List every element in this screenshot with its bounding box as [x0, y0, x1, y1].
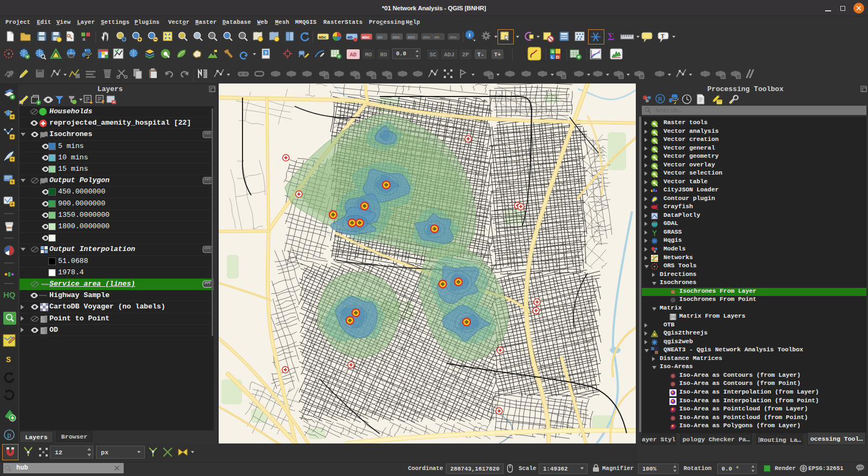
- svg-text:Σ: Σ: [608, 31, 614, 42]
- svg-text:p: p: [7, 432, 11, 440]
- svg-text:i: i: [469, 31, 470, 38]
- svg-text:SC: SC: [430, 52, 437, 58]
- svg-text:abc: abc: [319, 35, 327, 40]
- svg-text:T-: T-: [477, 52, 484, 58]
- svg-text:T: T: [661, 33, 665, 39]
- svg-text:ab: ab: [348, 35, 353, 40]
- svg-text:S: S: [6, 356, 11, 365]
- svg-text:S: S: [551, 49, 554, 54]
- svg-text:ab: ab: [378, 35, 382, 40]
- svg-text:ADJ: ADJ: [444, 52, 455, 58]
- svg-text:L: L: [551, 55, 554, 60]
- svg-text:RO: RO: [380, 52, 387, 58]
- svg-text:abc: abc: [408, 35, 416, 40]
- svg-text:a: a: [82, 36, 85, 42]
- svg-text:R: R: [658, 95, 663, 102]
- svg-text:?: ?: [264, 50, 267, 56]
- svg-text:D: D: [556, 55, 559, 60]
- svg-text:MO: MO: [365, 52, 372, 58]
- svg-text:abc: abc: [450, 35, 457, 40]
- svg-text:abc: abc: [393, 35, 400, 40]
- svg-text:abc: abc: [423, 35, 431, 40]
- svg-text:T+: T+: [494, 52, 501, 58]
- svg-text:AD: AD: [350, 52, 357, 58]
- svg-text:abc: abc: [362, 35, 370, 40]
- svg-text:HQ: HQ: [3, 290, 16, 299]
- svg-text:2P: 2P: [462, 52, 469, 58]
- svg-text:ab: ab: [435, 35, 439, 40]
